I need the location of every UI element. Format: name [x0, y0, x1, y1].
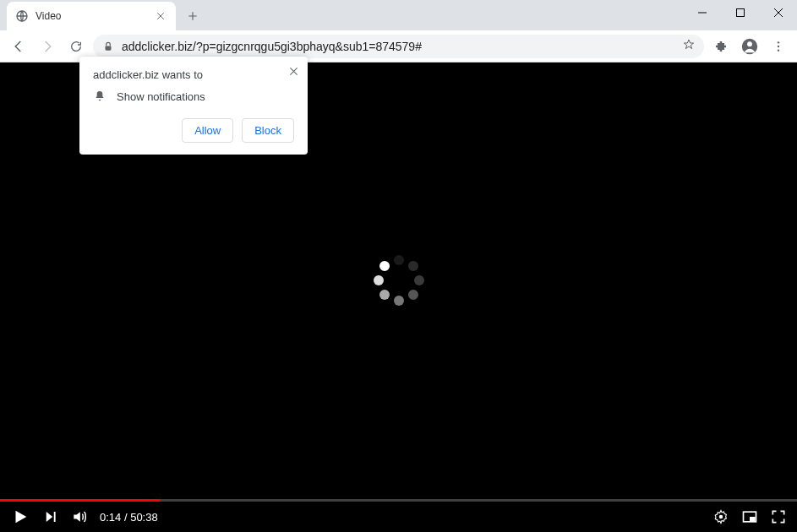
prompt-close-icon[interactable] — [286, 63, 301, 79]
prompt-permission-text: Show notifications — [117, 90, 205, 103]
time-total: 50:38 — [130, 511, 158, 524]
notification-prompt: addclicker.biz wants to Show notificatio… — [79, 57, 308, 155]
url-text: addclicker.biz/?p=gizgcnrqgu5gi3bphayq&s… — [122, 40, 675, 53]
play-icon[interactable] — [10, 507, 30, 527]
profile-icon[interactable] — [738, 35, 762, 58]
address-bar[interactable]: addclicker.biz/?p=gizgcnrqgu5gi3bphayq&s… — [93, 35, 704, 58]
svg-rect-11 — [750, 517, 756, 521]
prompt-heading: addclicker.biz wants to — [93, 68, 294, 81]
allow-button[interactable]: Allow — [182, 118, 233, 143]
bookmark-star-icon[interactable] — [682, 38, 696, 54]
tab-title: Video — [35, 10, 147, 22]
tab-strip: Video — [0, 0, 797, 30]
reload-button[interactable] — [64, 35, 88, 58]
new-tab-button[interactable] — [181, 4, 205, 28]
chrome-menu-icon[interactable] — [767, 35, 790, 58]
window-minimize-button[interactable] — [683, 0, 721, 25]
window-close-button[interactable] — [759, 0, 797, 25]
time-current: 0:14 — [100, 511, 121, 524]
back-button[interactable] — [7, 35, 30, 58]
window-controls — [683, 0, 797, 25]
extensions-icon[interactable] — [709, 35, 733, 58]
tab-close-icon[interactable] — [154, 9, 167, 23]
svg-point-9 — [719, 515, 723, 519]
block-button[interactable]: Block — [242, 118, 294, 143]
globe-icon — [15, 9, 29, 23]
svg-point-6 — [778, 45, 779, 46]
volume-icon[interactable] — [71, 508, 88, 525]
loading-spinner-icon — [374, 255, 424, 306]
forward-button[interactable] — [35, 35, 59, 58]
svg-point-4 — [747, 41, 752, 46]
settings-gear-icon[interactable] — [712, 508, 729, 525]
window-maximize-button[interactable] — [721, 0, 759, 25]
video-time: 0:14 / 50:38 — [100, 511, 158, 524]
video-controls: 0:14 / 50:38 — [0, 502, 797, 532]
svg-point-5 — [778, 41, 779, 43]
miniplayer-icon[interactable] — [741, 508, 758, 525]
fullscreen-icon[interactable] — [770, 508, 787, 525]
svg-rect-1 — [736, 9, 744, 17]
site-info-icon[interactable] — [101, 40, 115, 53]
svg-point-7 — [778, 49, 779, 51]
next-icon[interactable] — [42, 508, 59, 525]
svg-rect-2 — [106, 46, 112, 50]
bell-icon — [93, 90, 106, 103]
browser-tab[interactable]: Video — [7, 2, 176, 30]
svg-rect-8 — [54, 512, 56, 522]
